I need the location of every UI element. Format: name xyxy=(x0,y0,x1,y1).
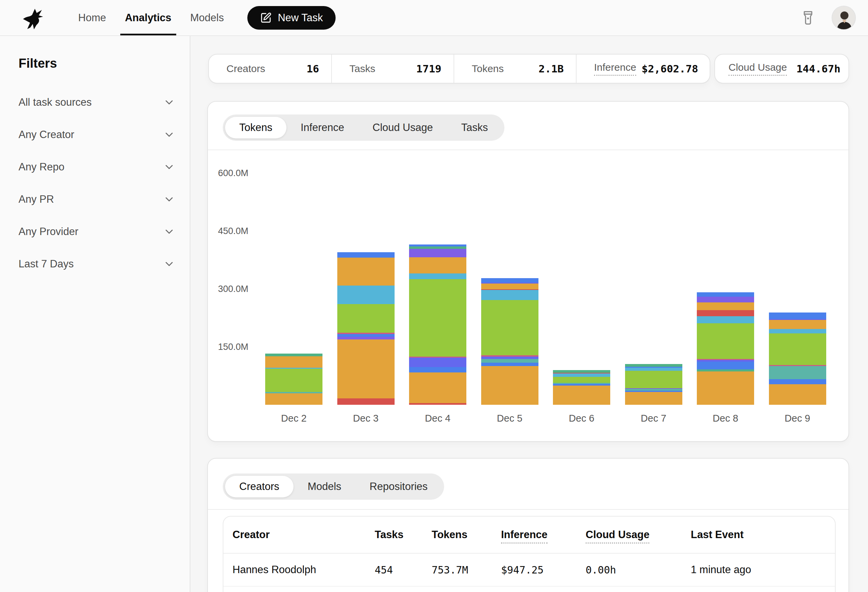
main-nav: HomeAnalyticsModels xyxy=(69,0,233,35)
bar-segment-orange xyxy=(697,371,754,405)
y-axis-tick-150.0M: 150.0M xyxy=(208,342,255,352)
bar-segment-blue xyxy=(769,379,826,384)
new-task-button[interactable]: New Task xyxy=(247,6,336,29)
bar-dec-5[interactable] xyxy=(481,278,539,405)
table-row-rooviewer[interactable]: Rooviewer440544.3M$376.2875.23h3 minutes… xyxy=(223,587,835,592)
y-axis-tick-300.0M: 300.0M xyxy=(208,284,255,294)
stats-bar-cloud-usage: Cloud Usage144.67h xyxy=(714,54,849,84)
chart-tab-tasks[interactable]: Tasks xyxy=(447,117,502,138)
bar-dec-6[interactable] xyxy=(553,370,610,405)
bar-segment-green xyxy=(697,323,754,359)
chevron-down-icon xyxy=(163,129,175,141)
flashlight-icon[interactable] xyxy=(801,9,816,27)
table-header-row: CreatorTasksTokensInferenceCloud UsageLa… xyxy=(223,517,835,554)
column-header-creator: Creator xyxy=(232,529,270,541)
nav-item-models[interactable]: Models xyxy=(181,0,233,35)
filter-dropdown-any-provider[interactable]: Any Provider xyxy=(19,215,175,248)
stat-value: 16 xyxy=(307,63,319,75)
bar-segment-blue xyxy=(337,334,394,337)
stat-inference[interactable]: Inference$2,602.78 xyxy=(576,54,710,83)
nav-item-home[interactable]: Home xyxy=(69,0,115,35)
bar-segment-cyan xyxy=(697,316,754,323)
breakdown-divider xyxy=(208,509,849,510)
bar-segment-emerald xyxy=(625,364,682,367)
avatar[interactable] xyxy=(832,6,856,30)
chart-card: TokensInferenceCloud UsageTasks 600.0M45… xyxy=(207,101,849,442)
stat-cloud-usage[interactable]: Cloud Usage144.67h xyxy=(715,54,849,83)
x-axis-label-dec-7: Dec 7 xyxy=(625,413,682,424)
bar-segment-emerald xyxy=(409,246,466,249)
table-body: Hannes Roodolph454753.7M$947.250.00h1 mi… xyxy=(223,554,835,592)
bar-segment-teal xyxy=(481,359,539,363)
column-header-tasks: Tasks xyxy=(375,529,404,541)
bar-segment-cyan xyxy=(625,368,682,371)
bar-segment-orange xyxy=(697,302,754,310)
table-row-hannes-roodolph[interactable]: Hannes Roodolph454753.7M$947.250.00h1 mi… xyxy=(223,554,835,587)
bar-segment-blue xyxy=(481,278,539,283)
bar-dec-9[interactable] xyxy=(769,312,826,405)
cell-tasks: 454 xyxy=(375,564,432,576)
creators-table: CreatorTasksTokensInferenceCloud UsageLa… xyxy=(223,516,836,592)
nav-item-analytics[interactable]: Analytics xyxy=(115,0,181,35)
chart-metric-tabs: TokensInferenceCloud UsageTasks xyxy=(223,115,505,141)
bar-segment-blue xyxy=(481,363,539,366)
cell-creator: Hannes Roodolph xyxy=(232,564,375,576)
bar-segment-green xyxy=(337,304,394,333)
x-axis-label-dec-4: Dec 4 xyxy=(409,413,466,424)
bar-segment-orange xyxy=(769,320,826,329)
bar-segment-indigo xyxy=(409,358,466,367)
bar-segment-violet xyxy=(337,337,394,339)
bar-segment-green xyxy=(265,369,322,392)
filter-dropdown-any-repo[interactable]: Any Repo xyxy=(19,151,175,183)
new-task-label: New Task xyxy=(278,12,323,24)
breakdown-tab-repositories[interactable]: Repositories xyxy=(356,476,442,497)
filter-dropdown-all-task-sources[interactable]: All task sources xyxy=(19,86,175,119)
column-header-cloud-usage[interactable]: Cloud Usage xyxy=(586,529,649,541)
filter-dropdown-any-pr[interactable]: Any PR xyxy=(19,183,175,215)
filters-title: Filters xyxy=(19,56,190,71)
chart-tab-tokens[interactable]: Tokens xyxy=(225,117,286,138)
filter-label: Any Creator xyxy=(19,129,74,141)
bar-dec-2[interactable] xyxy=(265,353,322,405)
filter-dropdown-last-7-days[interactable]: Last 7 Days xyxy=(19,248,175,280)
filter-label: Last 7 Days xyxy=(19,258,74,270)
stat-value: 2.1B xyxy=(539,63,564,75)
cell-last-event: 1 minute ago xyxy=(691,564,835,576)
bar-segment-cyan xyxy=(409,274,466,279)
bar-segment-orange xyxy=(409,257,466,274)
bar-segment-emerald xyxy=(697,370,754,372)
stats-bar-main: Creators16Tasks1719Tokens2.1BInference$2… xyxy=(208,54,710,84)
bar-segment-green xyxy=(769,333,826,365)
column-header-inference[interactable]: Inference xyxy=(501,529,548,541)
bar-segment-blue xyxy=(409,367,466,373)
chevron-down-icon xyxy=(163,258,175,270)
bar-dec-3[interactable] xyxy=(337,252,394,405)
filter-label: Any PR xyxy=(19,193,54,205)
column-header-last-event: Last Event xyxy=(691,529,744,541)
stacked-bar-chart: 600.0M450.0M300.0M150.0MDec 2Dec 3Dec 4D… xyxy=(208,154,849,405)
filter-label: Any Repo xyxy=(19,161,64,173)
chart-tab-cloud-usage[interactable]: Cloud Usage xyxy=(359,117,447,138)
x-axis-label-dec-5: Dec 5 xyxy=(481,413,539,424)
cell-tokens: 753.7M xyxy=(432,564,501,576)
bar-dec-8[interactable] xyxy=(697,292,754,405)
filter-dropdown-any-creator[interactable]: Any Creator xyxy=(19,119,175,151)
bar-dec-7[interactable] xyxy=(625,364,682,405)
breakdown-tab-models[interactable]: Models xyxy=(294,476,356,497)
bar-segment-indigo xyxy=(481,356,539,359)
bar-dec-4[interactable] xyxy=(409,244,466,405)
filter-list: All task sourcesAny CreatorAny RepoAny P… xyxy=(19,86,190,280)
kangaroo-logo-icon xyxy=(21,6,52,30)
chart-tab-inference[interactable]: Inference xyxy=(286,117,358,138)
bar-segment-green xyxy=(409,279,466,356)
bar-segment-emerald xyxy=(553,370,610,373)
cell-inference: $947.25 xyxy=(501,564,586,576)
kangaroo-logo[interactable] xyxy=(20,5,53,31)
breakdown-card: CreatorsModelsRepositories CreatorTasksT… xyxy=(207,458,849,592)
breakdown-tab-creators[interactable]: Creators xyxy=(225,476,294,497)
stat-creators: Creators16 xyxy=(209,54,331,83)
chevron-down-icon xyxy=(163,225,175,238)
bar-segment-green xyxy=(625,371,682,388)
chevron-down-icon xyxy=(163,193,175,205)
stat-value: $2,602.78 xyxy=(642,63,698,75)
